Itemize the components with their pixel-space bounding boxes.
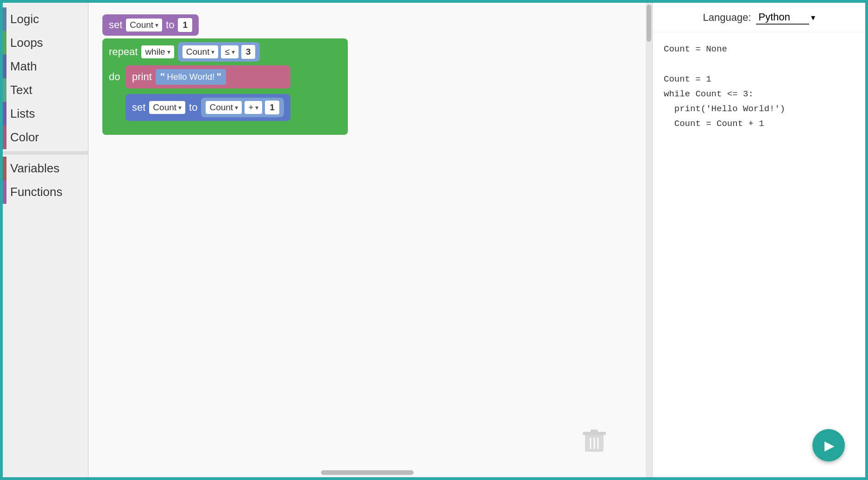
code-panel-header: Language: Python JavaScript (653, 3, 865, 32)
set-label-1: set (109, 19, 122, 31)
code-panel: Language: Python JavaScript Count = None… (652, 3, 865, 477)
color-color-bar (3, 126, 6, 149)
sidebar-label-logic: Logic (10, 12, 39, 26)
lists-color-bar (3, 102, 6, 126)
sidebar-label-variables: Variables (10, 161, 59, 176)
logic-color-bar (3, 7, 6, 31)
language-label: Language: (703, 12, 751, 24)
sidebar-label-color: Color (10, 130, 39, 145)
language-select[interactable]: Python JavaScript (756, 10, 809, 25)
run-icon: ▶ (824, 438, 835, 453)
repeat-label: repeat (109, 46, 138, 58)
operator-symbol: ≤ (225, 47, 229, 57)
sidebar-item-logic[interactable]: Logic (3, 7, 88, 31)
operator-dropdown[interactable]: ≤ ▾ (221, 45, 238, 58)
functions-color-bar (3, 180, 6, 204)
sidebar-item-variables[interactable]: Variables (3, 157, 88, 180)
dropdown-arrow-1: ▾ (155, 21, 158, 29)
while-arrow: ▾ (167, 48, 170, 56)
scrollbar-thumb[interactable] (647, 5, 651, 42)
canvas-vertical-scrollbar[interactable] (646, 3, 652, 477)
count-dropdown-compare[interactable]: Count ▾ (182, 45, 219, 58)
to-label-1: to (166, 19, 174, 31)
print-block[interactable]: print " Hello World! " (126, 65, 290, 88)
run-button[interactable]: ▶ (812, 429, 845, 461)
math-var-dropdown[interactable]: Count ▾ (206, 101, 242, 114)
sidebar-item-math[interactable]: Math (3, 55, 88, 78)
sidebar-item-lists[interactable]: Lists (3, 102, 88, 126)
sidebar-item-text[interactable]: Text (3, 78, 88, 102)
sidebar-item-functions[interactable]: Functions (3, 180, 88, 204)
set-label-2: set (132, 101, 145, 114)
sidebar-label-lists: Lists (10, 107, 35, 121)
compare-block[interactable]: Count ▾ ≤ ▾ 3 (178, 42, 260, 62)
language-select-wrapper[interactable]: Python JavaScript (756, 10, 815, 25)
close-quote: " (216, 71, 221, 83)
canvas-area[interactable]: set Count ▾ to 1 repeat while (88, 3, 652, 477)
to-label-2: to (189, 101, 197, 114)
code-output: Count = None Count = 1 while Count <= 3:… (653, 32, 865, 477)
text-color-bar (3, 78, 6, 102)
repeat-block[interactable]: repeat while ▾ Count ▾ ≤ (102, 38, 348, 135)
sidebar: Logic Loops Math Text Lists Color (3, 3, 88, 477)
sidebar-item-loops[interactable]: Loops (3, 31, 88, 55)
while-dropdown[interactable]: while ▾ (141, 45, 174, 58)
loops-color-bar (3, 31, 6, 55)
string-block[interactable]: " Hello World! " (156, 69, 226, 85)
sidebar-label-math: Math (10, 59, 37, 74)
sidebar-label-loops: Loops (10, 36, 43, 50)
blocks-container: set Count ▾ to 1 repeat while (102, 14, 348, 135)
trash-button[interactable] (583, 429, 606, 454)
set-block-2[interactable]: set Count ▾ to Count (126, 94, 290, 121)
print-label: print (132, 71, 152, 83)
value-box-1[interactable]: 1 (178, 18, 192, 32)
math-block[interactable]: Count ▾ + ▾ 1 (201, 98, 283, 117)
math-op-dropdown[interactable]: + ▾ (245, 101, 262, 114)
hscroll-thumb[interactable] (321, 470, 414, 475)
count-dropdown-1[interactable]: Count ▾ (126, 19, 162, 32)
sidebar-label-text: Text (10, 83, 32, 97)
sidebar-divider (3, 151, 88, 155)
svg-rect-2 (591, 429, 598, 433)
sidebar-item-color[interactable]: Color (3, 126, 88, 149)
open-quote: " (160, 71, 165, 83)
repeat-header: repeat while ▾ Count ▾ ≤ (102, 38, 348, 65)
condition-val-box[interactable]: 3 (241, 45, 256, 59)
do-block-inner: print " Hello World! " set (121, 65, 295, 126)
canvas-footer (88, 468, 646, 477)
count-dropdown-2[interactable]: Count ▾ (149, 101, 185, 114)
string-value: Hello World! (167, 72, 214, 82)
math-color-bar (3, 55, 6, 78)
set-block-1[interactable]: set Count ▾ to 1 (102, 14, 199, 36)
math-val-box[interactable]: 1 (265, 101, 279, 114)
sidebar-label-functions: Functions (10, 185, 63, 199)
do-label: do (109, 69, 120, 85)
variables-color-bar (3, 157, 6, 180)
